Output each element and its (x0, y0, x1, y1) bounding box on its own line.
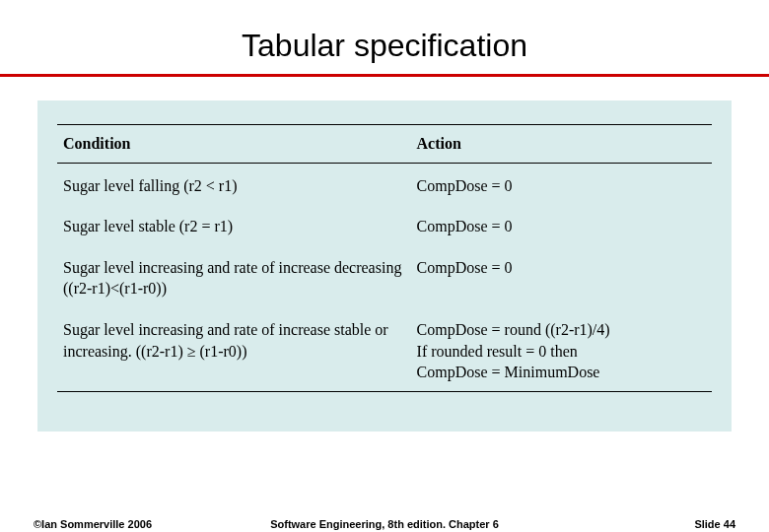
table-header-row: Condition Action (57, 125, 712, 164)
cell-condition: Sugar level falling (r2 < r1) (57, 163, 411, 204)
cell-action: CompDose = 0 (411, 163, 712, 204)
spec-table-panel: Condition Action Sugar level falling (r2… (37, 100, 732, 432)
table-row: Sugar level increasing and rate of incre… (57, 245, 712, 307)
cell-action: CompDose = 0 (411, 204, 712, 245)
footer-slide-number: Slide 44 (694, 518, 735, 530)
table-row: Sugar level increasing and rate of incre… (57, 307, 712, 391)
table-row: Sugar level stable (r2 = r1) CompDose = … (57, 204, 712, 245)
cell-condition: Sugar level increasing and rate of incre… (57, 307, 411, 391)
cell-action: CompDose = round ((r2-r1)/4)If rounded r… (411, 307, 712, 391)
cell-action: CompDose = 0 (411, 245, 712, 307)
slide: Tabular specification Condition Action S… (0, 0, 769, 532)
cell-condition: Sugar level stable (r2 = r1) (57, 204, 411, 245)
footer-book-title: Software Engineering, 8th edition. Chapt… (0, 518, 769, 530)
header-action: Action (411, 125, 712, 164)
table-row: Sugar level falling (r2 < r1) CompDose =… (57, 163, 712, 204)
spec-table: Condition Action Sugar level falling (r2… (57, 124, 712, 392)
slide-title: Tabular specification (0, 0, 769, 74)
header-condition: Condition (57, 125, 411, 164)
title-underline (0, 74, 769, 77)
cell-condition: Sugar level increasing and rate of incre… (57, 245, 411, 307)
